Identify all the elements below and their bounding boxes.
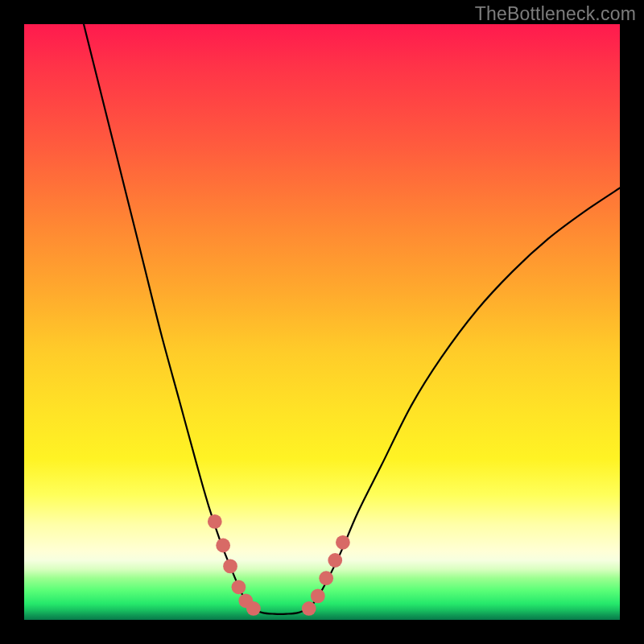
marker-dot	[311, 589, 325, 604]
marker-dot	[232, 580, 246, 594]
chart-frame: TheBottleneck.com	[0, 0, 644, 644]
marker-dot	[336, 535, 350, 550]
marker-dot	[302, 601, 316, 616]
marker-dot	[246, 601, 261, 616]
plot-area	[24, 24, 620, 620]
curve-layer	[24, 24, 620, 620]
marker-dot	[319, 571, 333, 585]
marker-dot	[328, 553, 342, 568]
marker-dot	[216, 539, 230, 553]
marker-group	[208, 514, 350, 616]
curve-left-branch	[84, 24, 250, 608]
marker-dot	[223, 559, 237, 574]
watermark-text: TheBottleneck.com	[475, 3, 636, 25]
curve-right-branch	[310, 188, 620, 609]
marker-dot	[208, 514, 222, 529]
